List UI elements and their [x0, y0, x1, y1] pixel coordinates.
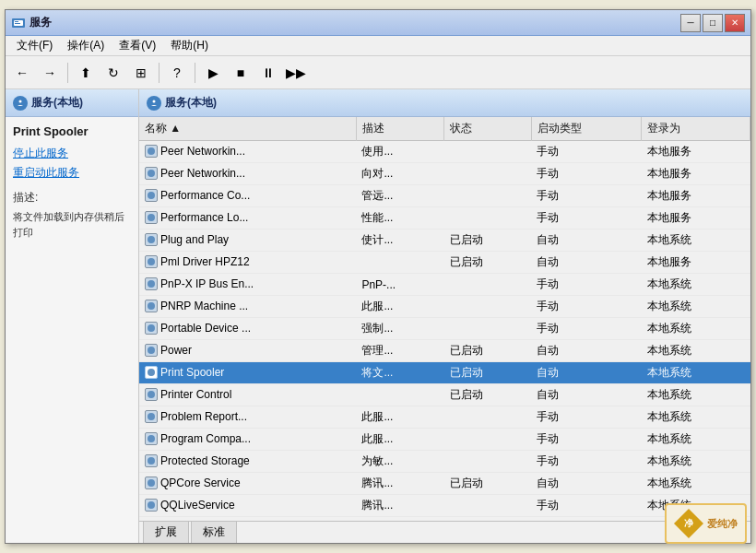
- service-startup-cell: 自动: [531, 252, 642, 274]
- service-status-cell: [444, 429, 531, 451]
- stop-button[interactable]: ■: [228, 60, 254, 86]
- col-desc[interactable]: 描述: [356, 117, 444, 141]
- service-desc-cell: [356, 384, 444, 406]
- left-panel-icon: [13, 96, 28, 111]
- service-desc-cell: 使用...: [356, 141, 444, 163]
- toolbar-separator-1: [67, 63, 68, 83]
- service-status-cell: 已启动: [444, 473, 531, 495]
- table-row[interactable]: QPCore Service腾讯...已启动自动本地系统: [139, 473, 750, 495]
- watermark: 净 爱纯净: [665, 503, 747, 544]
- service-status-cell: 已启动: [444, 229, 531, 252]
- restore-button[interactable]: □: [703, 14, 723, 32]
- service-desc-cell: 腾讯...: [356, 495, 444, 517]
- menu-item[interactable]: 查看(V): [112, 36, 163, 55]
- service-startup-cell: 手动: [531, 141, 642, 163]
- title-buttons: ─ □ ✕: [680, 14, 745, 32]
- main-content: 服务(本地) Print Spooler 停止此服务 重启动此服务 描述: 将文…: [6, 89, 750, 543]
- service-name-cell: QQLiveService: [139, 495, 356, 517]
- service-status-cell: [444, 451, 531, 473]
- service-desc-cell: 使计...: [356, 229, 444, 252]
- service-status-cell: 已启动: [444, 384, 531, 406]
- start-button[interactable]: ▶: [200, 60, 226, 86]
- table-row[interactable]: Performance Co...管远...手动本地服务: [139, 185, 750, 207]
- service-status-cell: 已启动: [444, 252, 531, 274]
- restart-service-link[interactable]: 重启动此服务: [13, 165, 131, 181]
- service-name-cell: Performance Lo...: [139, 207, 356, 229]
- service-startup-cell: 手动: [531, 406, 642, 429]
- service-startup-cell: 手动: [531, 296, 642, 318]
- pause-button[interactable]: ⏸: [255, 60, 281, 86]
- tab-extend[interactable]: 扩展: [143, 521, 189, 543]
- up-button[interactable]: ⬆: [73, 60, 99, 86]
- title-bar-left: 服务: [11, 15, 52, 30]
- table-row[interactable]: Protected Storage为敏...手动本地系统: [139, 451, 750, 473]
- table-row[interactable]: Performance Lo...性能...手动本地服务: [139, 207, 750, 229]
- table-row[interactable]: PnP-X IP Bus En...PnP-...手动本地系统: [139, 274, 750, 296]
- menu-item[interactable]: 操作(A): [60, 36, 112, 55]
- refresh-button[interactable]: ↻: [100, 60, 126, 86]
- desc-label: 描述:: [13, 190, 131, 206]
- service-name-cell: Performance Co...: [139, 185, 356, 207]
- col-login[interactable]: 登录为: [642, 117, 750, 141]
- service-startup-cell: 手动: [531, 274, 642, 296]
- export-button[interactable]: ⊞: [128, 60, 154, 86]
- service-login-cell: 本地系统: [642, 229, 750, 252]
- service-startup-cell: 手动: [531, 451, 642, 473]
- help-button[interactable]: ?: [164, 60, 190, 86]
- right-panel-header: 服务(本地): [139, 89, 750, 117]
- window-title: 服务: [30, 15, 52, 30]
- col-name[interactable]: 名称 ▲: [139, 117, 356, 141]
- table-row[interactable]: Peer Networkin...使用...手动本地服务: [139, 141, 750, 163]
- col-status[interactable]: 状态: [444, 117, 531, 141]
- tab-standard[interactable]: 标准: [191, 521, 237, 543]
- service-login-cell: 本地系统: [642, 406, 750, 429]
- service-startup-cell: 手动: [531, 318, 642, 340]
- service-name-cell: QPCore Service: [139, 473, 356, 495]
- menu-bar: 文件(F)操作(A)查看(V)帮助(H): [6, 36, 750, 56]
- menu-item[interactable]: 文件(F): [9, 36, 60, 55]
- service-status-cell: [444, 207, 531, 229]
- table-row[interactable]: Printer Control已启动自动本地系统: [139, 384, 750, 406]
- table-row[interactable]: Peer Networkin...向对...手动本地服务: [139, 163, 750, 185]
- table-header-row: 名称 ▲ 描述 状态 启动类型 登录为: [139, 117, 750, 141]
- service-desc-cell: 此服...: [356, 429, 444, 451]
- service-status-cell: [444, 406, 531, 429]
- service-name-cell: Printer Control: [139, 384, 356, 406]
- restart-button[interactable]: ▶▶: [283, 60, 309, 86]
- table-row[interactable]: Program Compa...此服...手动本地系统: [139, 429, 750, 451]
- table-row[interactable]: Portable Device ...强制...手动本地系统: [139, 318, 750, 340]
- minimize-button[interactable]: ─: [680, 14, 701, 32]
- service-startup-cell: 手动: [531, 429, 642, 451]
- service-startup-cell: 自动: [531, 362, 642, 384]
- selected-service-name: Print Spooler: [13, 124, 131, 138]
- table-row[interactable]: Power管理...已启动自动本地系统: [139, 340, 750, 362]
- stop-service-link[interactable]: 停止此服务: [13, 146, 131, 161]
- title-bar: 服务 ─ □ ✕: [6, 10, 750, 36]
- service-startup-cell: 手动: [531, 163, 642, 185]
- service-desc-cell: 管理...: [356, 340, 444, 362]
- back-button[interactable]: ←: [9, 60, 35, 86]
- service-name-cell: Peer Networkin...: [139, 163, 356, 185]
- table-row[interactable]: Print Spooler将文...已启动自动本地系统: [139, 362, 750, 384]
- table-row[interactable]: QQLiveService腾讯...手动本地系统: [139, 495, 750, 517]
- service-startup-cell: 手动: [531, 495, 642, 517]
- service-status-cell: [444, 141, 531, 163]
- service-startup-cell: 手动: [531, 207, 642, 229]
- svg-rect-3: [15, 23, 20, 24]
- service-name-cell: PNRP Machine ...: [139, 296, 356, 318]
- table-row[interactable]: Pml Driver HPZ12已启动自动本地服务: [139, 252, 750, 274]
- table-row[interactable]: Plug and Play使计...已启动自动本地系统: [139, 229, 750, 252]
- table-row[interactable]: PNRP Machine ...此服...手动本地系统: [139, 296, 750, 318]
- service-login-cell: 本地系统: [642, 429, 750, 451]
- service-table[interactable]: 名称 ▲ 描述 状态 启动类型 登录为 Peer Networkin...使用.…: [139, 117, 750, 521]
- service-startup-cell: 手动: [531, 185, 642, 207]
- service-desc-cell: PnP-...: [356, 274, 444, 296]
- watermark-logo-text: 净: [684, 517, 693, 530]
- col-startup[interactable]: 启动类型: [531, 117, 642, 141]
- close-button[interactable]: ✕: [725, 14, 745, 32]
- watermark-text: 爱纯净: [707, 517, 738, 531]
- service-startup-cell: 自动: [531, 473, 642, 495]
- forward-button[interactable]: →: [37, 60, 63, 86]
- menu-item[interactable]: 帮助(H): [163, 36, 216, 55]
- table-row[interactable]: Problem Report...此服...手动本地系统: [139, 406, 750, 429]
